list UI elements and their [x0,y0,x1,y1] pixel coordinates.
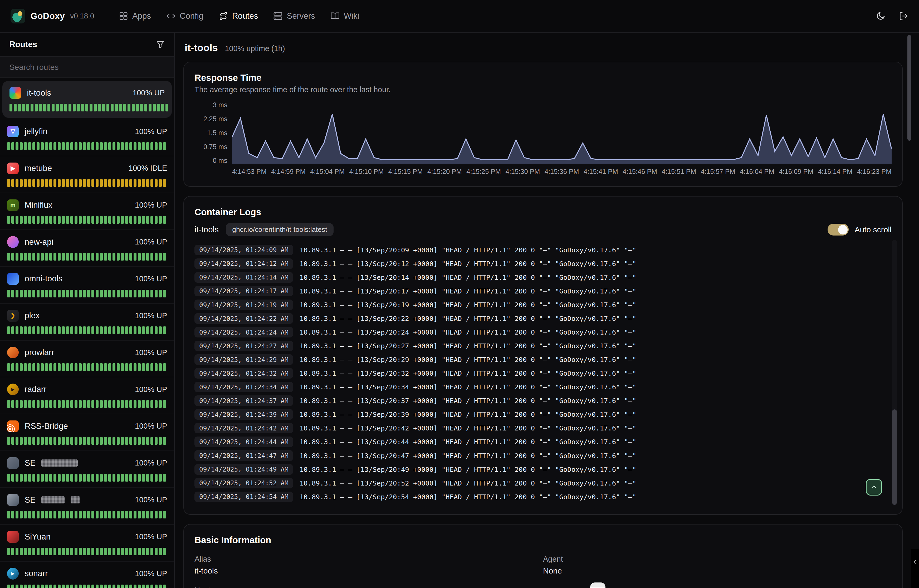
route-row: omni-tools100% UP [7,273,167,285]
logout-icon [898,11,908,21]
uptime-bars [7,363,167,371]
route-row: RSS-Bridge100% UP [7,420,167,433]
route-status-badge: 100% UP [135,496,167,504]
log-row: 09/14/2025, 01:24:32 AM10.89.3.1 – – [13… [194,367,892,380]
route-name: metube [24,163,52,173]
server-icon [273,11,283,21]
route-status-badge: 100% IDLE [129,164,167,173]
route-item-siyuan[interactable]: SiYuan100% UP [0,525,174,562]
log-row: 09/14/2025, 01:24:17 AM10.89.3.1 – – [13… [194,284,892,298]
nav-item-apps[interactable]: Apps [119,11,151,21]
log-message: 10.89.3.1 – – [13/Sep/20:37 +0000] "HEAD… [300,397,636,405]
response-time-card: Response Time The average response time … [183,61,903,186]
log-timestamp: 09/14/2025, 01:24:14 AM [194,272,293,283]
info-field-alias: Aliasit-tools [194,555,543,575]
log-row: 09/14/2025, 01:24:29 AM10.89.3.1 – – [13… [194,353,892,367]
log-row: 09/14/2025, 01:24:52 AM10.89.3.1 – – [13… [194,476,892,490]
logs-route-name: it-tools [194,225,219,234]
route-item-plex[interactable]: ❯plex100% UP [0,304,174,341]
route-item-rss-bridge[interactable]: RSS-Bridge100% UP [0,414,174,451]
log-message: 10.89.3.1 – – [13/Sep/20:29 +0000] "HEAD… [300,355,636,363]
log-row: 09/14/2025, 01:24:12 AM10.89.3.1 – – [13… [194,257,892,271]
godoxy-app: GoDoxy v0.18.0 Apps Config Routes Server… [0,0,919,588]
route-item-it-tools[interactable]: it-tools100% UP [2,81,172,118]
route-status-badge: 100% UP [135,385,167,394]
logs-scrollbar-thumb[interactable] [892,409,897,505]
info-label: Host [194,586,543,588]
logs-scrollbar[interactable] [892,240,897,505]
nav-item-config[interactable]: Config [166,11,204,21]
autoscroll-control: Auto scroll [828,224,892,235]
log-message: 10.89.3.1 – – [13/Sep/20:14 +0000] "HEAD… [300,273,636,281]
sidebar-title: Routes [10,40,37,49]
x-tick-label: 4:15:41 PM [584,168,618,176]
route-row: ❯plex100% UP [7,310,167,322]
x-tick-label: 4:14:59 PM [271,168,305,176]
route-item-jellyfin[interactable]: ▽jellyfin100% UP [0,120,174,156]
response-time-chart: 3 ms2.25 ms1.5 ms0.75 ms0 ms [194,102,892,164]
route-item-omni-tools[interactable]: omni-tools100% UP [0,267,174,304]
route-item-new-api[interactable]: new-api100% UP [0,230,174,267]
book-open-icon [330,11,340,21]
plex-icon: ❯ [7,310,19,321]
basic-information-card: Basic Information Aliasit-toolsAgentNone… [183,524,903,588]
route-row: SE100% UP [7,494,167,506]
route-item-se[interactable]: SE100% UP [0,488,174,525]
log-timestamp: 09/14/2025, 01:24:24 AM [194,327,293,338]
prowlarr-icon [7,347,19,358]
route-item-metube[interactable]: ▶metube100% IDLE [0,156,174,193]
redacted-route-icon [7,494,19,506]
nav-item-servers[interactable]: Servers [273,11,315,21]
partial-control[interactable] [590,583,606,588]
toggle-knob [838,225,848,234]
log-message: 10.89.3.1 – – [13/Sep/20:09 +0000] "HEAD… [300,246,636,254]
x-tick-label: 4:16:04 PM [740,168,774,176]
log-message: 10.89.3.1 – – [13/Sep/20:49 +0000] "HEAD… [300,465,636,473]
route-item-se[interactable]: SE100% UP [0,451,174,488]
main-nav: Apps Config Routes Servers Wiki [119,11,359,21]
route-name: SE [24,459,36,468]
route-item-miniflux[interactable]: mMiniflux100% UP [0,193,174,230]
route-row: prowlarr100% UP [7,346,167,359]
chevron-left-icon [912,559,918,565]
search-routes-input[interactable] [0,57,174,78]
log-message: 10.89.3.1 – – [13/Sep/20:12 +0000] "HEAD… [300,260,636,268]
uptime-bars [7,326,167,334]
x-tick-label: 4:15:04 PM [310,168,345,176]
edge-panel-toggle[interactable] [911,549,919,588]
route-item-prowlarr[interactable]: prowlarr100% UP [0,341,174,378]
route-status-badge: 100% UP [135,569,167,578]
filter-button[interactable] [156,40,165,49]
logout-button[interactable] [898,11,908,21]
response-time-title: Response Time [194,73,892,83]
autoscroll-toggle[interactable] [828,224,849,235]
new-api-icon [7,236,19,248]
log-message: 10.89.3.1 – – [13/Sep/20:39 +0000] "HEAD… [300,410,636,418]
log-timestamp: 09/14/2025, 01:24:39 AM [194,409,293,420]
route-item-sonarr[interactable]: ▸sonarr100% UP [0,562,174,588]
route-row: SE100% UP [7,457,167,469]
x-tick-label: 4:15:57 PM [701,168,735,176]
route-item-radarr[interactable]: ▸radarr100% UP [0,377,174,414]
theme-toggle-button[interactable] [875,11,885,21]
log-timestamp: 09/14/2025, 01:24:42 AM [194,423,293,433]
log-message: 10.89.3.1 – – [13/Sep/20:52 +0000] "HEAD… [300,479,636,487]
log-timestamp: 09/14/2025, 01:24:44 AM [194,436,293,447]
it-tools-icon [10,87,21,99]
log-timestamp: 09/14/2025, 01:24:09 AM [194,245,293,255]
redacted-text [41,496,65,504]
redacted-text [41,459,78,467]
x-tick-label: 4:15:25 PM [466,168,501,176]
nav-item-routes[interactable]: Routes [219,11,258,21]
main-scrollbar-thumb[interactable] [908,35,912,141]
log-row: 09/14/2025, 01:24:42 AM10.89.3.1 – – [13… [194,421,892,435]
scroll-to-top-button[interactable] [866,479,882,495]
y-tick-label: 0 ms [194,157,228,163]
log-list: 09/14/2025, 01:24:09 AM10.89.3.1 – – [13… [194,243,892,504]
chart-x-axis: 4:14:53 PM4:14:59 PM4:15:04 PM4:15:10 PM… [232,168,892,176]
nav-item-wiki[interactable]: Wiki [330,11,359,21]
route-row: ▸radarr100% UP [7,383,167,396]
grid-icon [119,11,128,21]
container-image-badge: ghcr.io/corentinth/it-tools:latest [226,223,334,236]
route-status-badge: 100% UP [135,422,167,430]
